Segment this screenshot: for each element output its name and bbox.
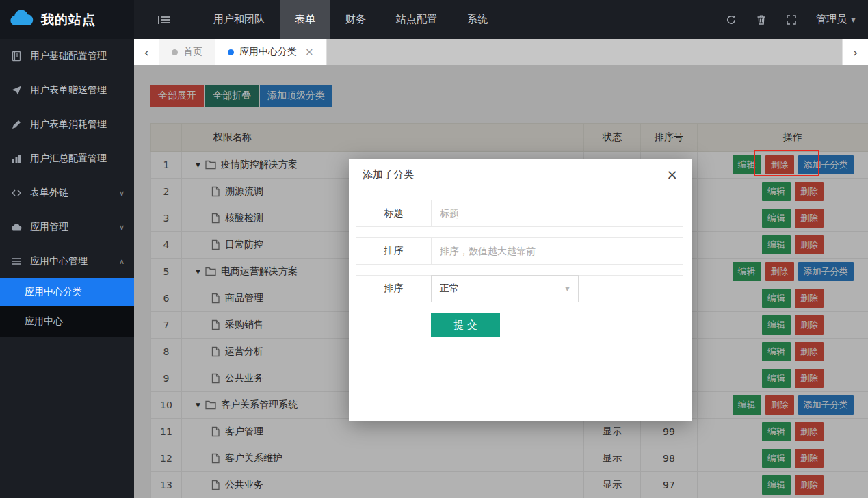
dialog-header: 添加子分类 ×	[349, 159, 692, 190]
form-row-status: 排序 正常 ▼	[356, 275, 683, 302]
sidebar-subitem[interactable]: 应用中心分类	[0, 278, 134, 306]
sidebar-item[interactable]: 表单外链∨	[0, 176, 134, 210]
sidebar-item-label: 应用管理	[30, 221, 68, 233]
title-field-label: 标题	[356, 200, 432, 226]
top-nav-item[interactable]: 用户和团队	[198, 0, 280, 39]
tab-dot-icon	[228, 49, 234, 55]
chevron-down-icon: ∨	[119, 189, 124, 198]
admin-menu[interactable]: 管理员 ▼	[816, 13, 856, 26]
sidebar-item[interactable]: 用户表单消耗管理	[0, 107, 134, 142]
tab[interactable]: 应用中心分类×	[215, 39, 327, 65]
cloud-icon	[11, 222, 23, 233]
sidebar-item-label: 用户表单赠送管理	[30, 84, 107, 96]
dialog-body: 标题 排序 排序 正常 ▼ 提 交	[349, 190, 692, 337]
close-icon[interactable]: ×	[666, 168, 678, 181]
sidebar-item-label: 用户基础配置管理	[30, 50, 107, 62]
pen-icon	[11, 119, 23, 130]
tabs: 首页应用中心分类×	[159, 39, 327, 65]
sidebar-item[interactable]: 用户表单赠送管理	[0, 73, 134, 107]
status-field-label: 排序	[356, 276, 432, 302]
tab-bar: ‹ 首页应用中心分类× ›	[134, 39, 868, 65]
menu-icon	[11, 256, 23, 267]
sidebar-subitem[interactable]: 应用中心	[0, 306, 134, 337]
sidebar-item[interactable]: 应用管理∨	[0, 210, 134, 244]
chevron-up-icon: ∧	[119, 257, 124, 266]
dialog-title: 添加子分类	[363, 168, 414, 181]
form-row-title: 标题	[356, 200, 683, 227]
tab-label: 应用中心分类	[239, 46, 297, 58]
sidebar-item[interactable]: 应用中心管理∧	[0, 244, 134, 278]
top-nav-item[interactable]: 系统	[452, 0, 503, 39]
fullscreen-icon[interactable]	[786, 14, 797, 25]
sidebar: 我的站点 用户基础配置管理用户表单赠送管理用户表单消耗管理用户汇总配置管理表单外…	[0, 0, 134, 498]
tab[interactable]: 首页	[159, 39, 215, 65]
top-nav-item[interactable]: 站点配置	[381, 0, 452, 39]
app-root: 我的站点 用户基础配置管理用户表单赠送管理用户表单消耗管理用户汇总配置管理表单外…	[0, 0, 868, 498]
status-select[interactable]: 正常 ▼	[431, 275, 579, 302]
top-header: 用户和团队表单财务站点配置系统 管理员 ▼	[134, 0, 868, 39]
send-icon	[11, 85, 23, 96]
top-nav-item[interactable]: 表单	[280, 0, 330, 39]
refresh-icon[interactable]	[726, 14, 737, 25]
status-select-value: 正常	[440, 283, 459, 295]
sidebar-toggle-icon[interactable]	[157, 14, 171, 25]
sidebar-item[interactable]: 用户汇总配置管理	[0, 142, 134, 176]
submit-button[interactable]: 提 交	[431, 313, 500, 337]
form-row-sort: 排序	[356, 237, 683, 265]
book-icon	[11, 51, 23, 62]
sidebar-item-label: 用户表单消耗管理	[30, 118, 107, 131]
top-nav-item[interactable]: 财务	[330, 0, 381, 39]
chevron-down-icon: ▼	[565, 285, 570, 292]
site-title: 我的站点	[41, 11, 96, 29]
admin-label: 管理员	[816, 13, 847, 26]
logo[interactable]: 我的站点	[0, 0, 134, 39]
title-input[interactable]	[432, 200, 683, 226]
trash-icon[interactable]	[756, 14, 767, 25]
tab-dot-icon	[172, 49, 178, 55]
chevron-down-icon: ▼	[851, 16, 856, 23]
header-actions: 管理员 ▼	[726, 13, 868, 26]
cloud-logo-icon	[8, 9, 36, 31]
sidebar-submenu: 应用中心分类应用中心	[0, 278, 134, 337]
sidebar-item[interactable]: 用户基础配置管理	[0, 39, 134, 73]
sidebar-item-label: 应用中心管理	[30, 255, 88, 267]
tabs-scroll-right-button[interactable]: ›	[842, 39, 868, 65]
sort-input[interactable]	[432, 238, 683, 264]
tab-label: 首页	[183, 46, 202, 58]
chevron-down-icon: ∨	[119, 223, 124, 232]
sort-field-label: 排序	[356, 238, 432, 264]
sidebar-item-label: 表单外链	[30, 187, 68, 199]
tabs-scroll-left-button[interactable]: ‹	[134, 39, 159, 65]
link-icon	[11, 187, 23, 198]
sidebar-nav: 用户基础配置管理用户表单赠送管理用户表单消耗管理用户汇总配置管理表单外链∨应用管…	[0, 39, 134, 337]
add-subcategory-dialog: 添加子分类 × 标题 排序 排序 正常 ▼ 提 交	[349, 159, 692, 421]
sidebar-item-label: 用户汇总配置管理	[30, 153, 107, 165]
close-icon[interactable]: ×	[305, 46, 314, 58]
chart-icon	[11, 153, 23, 164]
top-nav: 用户和团队表单财务站点配置系统	[198, 0, 503, 39]
